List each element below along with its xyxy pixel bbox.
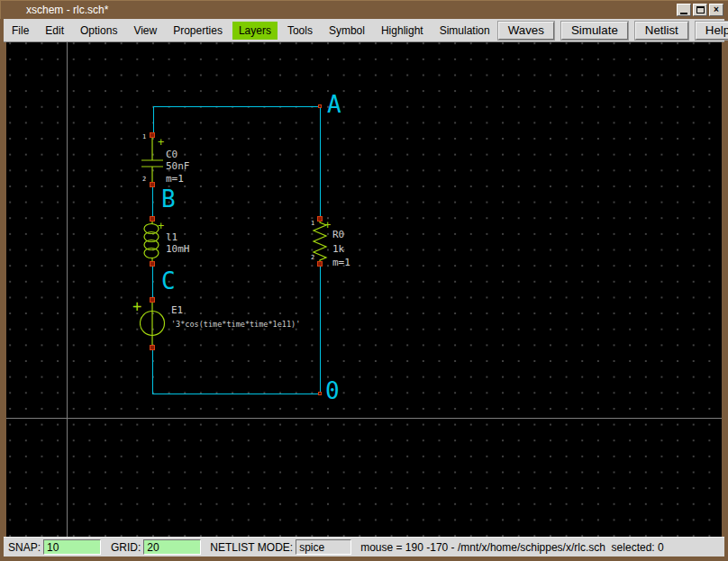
source-symbol[interactable] [140,297,176,351]
resistor-pin2 [317,261,323,267]
inductor-plus-mark: + [158,221,164,231]
close-icon: × [714,5,719,14]
wire-node-b[interactable] [152,185,153,219]
grid-label: GRID: [111,541,141,554]
maximize-icon [696,6,705,14]
source-plus-mark: + [132,299,141,314]
netlist-mode-label: NETLIST MODE: [210,541,293,554]
snap-input[interactable]: 10 [43,539,101,555]
menu-highlight[interactable]: Highlight [375,22,430,40]
help-button[interactable]: Help [696,22,728,40]
menu-edit[interactable]: Edit [39,22,70,40]
wire-node-c[interactable] [152,264,153,300]
capacitor-pin2 [150,182,155,187]
minimize-icon [680,13,687,14]
wire-right-upper[interactable] [320,106,321,219]
menu-tools[interactable]: Tools [281,22,319,40]
menu-file[interactable]: File [5,22,35,40]
capacitor-pin1 [150,132,155,138]
waves-button[interactable]: Waves [498,22,554,40]
titlebar[interactable]: xschem - rlc.sch* × [0,0,728,19]
menu-options[interactable]: Options [74,22,123,40]
grid-value: 20 [147,541,159,554]
resistor-pin2-number: 2 [311,255,314,261]
xschem-window: { "colors": { "wire": "#00c5e5", "symbol… [0,0,728,561]
snap-label: SNAP: [8,541,41,554]
source-pin2 [150,345,155,350]
resistor-pin1-number: 1 [311,221,314,227]
grid-input[interactable]: 20 [143,539,201,555]
source-value: '3*cos(time*time*time*1e11)' [171,321,300,329]
window-controls: × [677,4,723,16]
inductor-pin1 [150,216,155,222]
maximize-button[interactable] [693,4,707,16]
net-label-a[interactable]: A [327,93,341,116]
resistor-pin1 [317,216,323,222]
window-title: xschem - rlc.sch* [26,4,108,16]
simulate-button[interactable]: Simulate [561,22,628,40]
capacitor-pin1-number: 1 [142,134,146,140]
inductor-pin2 [150,261,155,267]
net-label-c[interactable]: C [161,269,176,293]
capacitor-pin2-number: 2 [142,176,146,183]
close-button[interactable]: × [709,4,723,16]
snap-value: 10 [47,541,59,554]
menu-symbol[interactable]: Symbol [323,22,371,40]
resistor-ref: R0 [332,230,344,240]
net-label-0[interactable]: 0 [325,379,340,403]
capacitor-value: 50nF [166,161,190,171]
wire-bottom[interactable] [152,394,321,394]
inductor-ref: l1 [166,232,177,242]
netlist-button[interactable]: Netlist [635,22,688,40]
statusbar: SNAP: 10 GRID: 20 NETLIST MODE: spice mo… [4,537,724,556]
wire-top[interactable] [153,106,321,107]
resistor-mult: m=1 [332,258,350,267]
menu-layers[interactable]: Layers [232,22,278,40]
resistor-plus-mark: + [324,220,331,231]
source-pin1 [150,297,155,303]
origin-axis-horizontal [6,418,722,419]
schematic-canvas[interactable]: 1 2 + C0 50nF m=1 B + l1 10mH C + E1 '3*… [6,42,722,537]
capacitor-plus-mark: + [158,137,164,148]
inductor-value: 10mH [166,244,190,254]
netlist-mode-input[interactable]: spice [296,539,351,555]
net-a-pin-mark [318,104,322,108]
origin-axis-vertical [67,42,68,537]
wire-left-upper[interactable] [153,106,154,135]
menu-properties[interactable]: Properties [167,22,229,40]
net-label-b[interactable]: B [161,187,176,211]
minimize-button[interactable] [677,4,691,16]
menu-view[interactable]: View [127,22,163,40]
wire-left-lower[interactable] [152,348,153,394]
capacitor-ref: C0 [166,149,177,159]
menu-simulation[interactable]: Simulation [433,22,496,40]
capacitor-mult: m=1 [166,174,184,184]
menubar: File Edit Options View Properties Layers… [4,19,724,42]
mouse-status-text: mouse = 190 -170 - /mnt/x/home/schippes/… [360,541,664,554]
wire-right-lower[interactable] [320,264,321,394]
source-ref: E1 [171,305,183,315]
netlist-mode-value: spice [299,541,324,554]
resistor-value: 1k [332,244,344,254]
net-0-pin-mark [318,392,322,395]
